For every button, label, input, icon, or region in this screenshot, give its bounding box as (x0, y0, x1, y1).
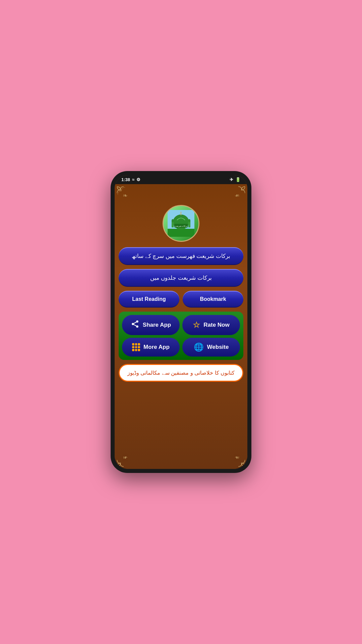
signal-icon: ≈ (132, 177, 134, 182)
svg-rect-9 (168, 229, 194, 237)
more-app-label: More App (143, 344, 170, 351)
more-app-button[interactable]: More App (122, 338, 180, 357)
volumes-button[interactable]: بركات شريعت جلدوں ميں (119, 269, 243, 287)
svg-point-15 (172, 219, 174, 222)
star-icon: ☆ (193, 320, 200, 330)
share-app-button[interactable]: Share App (122, 315, 180, 335)
svg-point-20 (136, 320, 138, 323)
svg-point-4 (120, 463, 121, 464)
website-label: Website (207, 344, 229, 351)
svg-line-24 (134, 322, 136, 323)
app-content: ❧ ❧ ❧ ❧ (115, 184, 247, 469)
battery-icon: 🔋 (235, 177, 241, 182)
action-panel: Share App ☆ Rate Now (119, 312, 243, 360)
grid-icon (132, 343, 140, 351)
svg-point-21 (132, 323, 134, 325)
svg-text:❧: ❧ (235, 192, 240, 199)
globe-icon: 🌐 (194, 342, 204, 352)
phone-screen: 1:38 ≈ ⚙ ✈ 🔋 ❧ (115, 175, 247, 469)
svg-point-6 (241, 463, 242, 464)
svg-text:❧: ❧ (123, 192, 128, 199)
rate-now-button[interactable]: ☆ Rate Now (182, 315, 240, 335)
time-display: 1:38 (121, 177, 130, 182)
svg-point-22 (136, 325, 138, 328)
logo-container: ☽ بركات شريعت (119, 205, 243, 242)
phone-frame: 1:38 ≈ ⚙ ✈ 🔋 ❧ (111, 171, 251, 473)
bookmark-button[interactable]: Bookmark (183, 291, 243, 308)
svg-text:بركات شريعت: بركات شريعت (175, 225, 187, 227)
svg-point-2 (241, 189, 242, 191)
share-svg-icon (131, 320, 139, 328)
corner-br-decoration: ❧ (224, 446, 246, 468)
logo-circle: ☽ بركات شريعت (163, 205, 199, 242)
last-reading-button[interactable]: Last Reading (119, 291, 179, 308)
svg-line-23 (134, 325, 136, 326)
svg-point-0 (120, 189, 121, 191)
reading-bookmark-row: Last Reading Bookmark (119, 291, 243, 308)
banner-text: كتابوں كا خلاصاتى و مصنفين سے مكالماتى و… (127, 370, 235, 376)
website-button[interactable]: 🌐 Website (182, 338, 240, 357)
status-bar: 1:38 ≈ ⚙ ✈ 🔋 (115, 175, 247, 184)
rate-now-label: Rate Now (203, 322, 229, 328)
airplane-icon: ✈ (230, 177, 233, 182)
mosque-dome-icon: ☽ بركات شريعت (168, 210, 194, 237)
svg-text:❧: ❧ (235, 454, 240, 461)
corner-bl-decoration: ❧ (116, 446, 138, 468)
urdu-banner[interactable]: كتابوں كا خلاصاتى و مصنفين سے مكالماتى و… (119, 364, 243, 382)
svg-point-17 (188, 219, 190, 222)
corner-tl-decoration: ❧ (116, 185, 138, 207)
svg-text:☽: ☽ (179, 212, 181, 215)
svg-text:❧: ❧ (123, 454, 128, 461)
status-left: 1:38 ≈ ⚙ (121, 177, 140, 182)
search-list-button[interactable]: بركات شريعت فهرست ميں سرچ كے ساتھ (119, 247, 243, 265)
status-right: ✈ 🔋 (230, 177, 241, 182)
settings-icon: ⚙ (136, 177, 140, 182)
share-app-label: Share App (143, 322, 171, 328)
share-icon (131, 320, 139, 330)
corner-tr-decoration: ❧ (224, 185, 246, 207)
